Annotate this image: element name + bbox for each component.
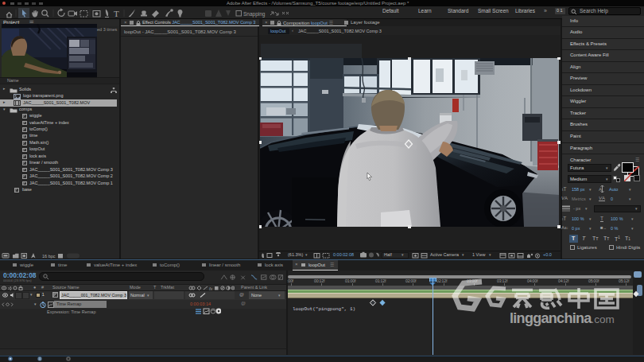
- svg-text:T: T: [114, 9, 119, 18]
- svg-text:Snapping: Snapping: [243, 11, 266, 18]
- svg-text:A: A: [599, 187, 602, 192]
- svg-text:fx: fx: [209, 286, 213, 290]
- svg-text:16 bpc: 16 bpc: [42, 254, 56, 259]
